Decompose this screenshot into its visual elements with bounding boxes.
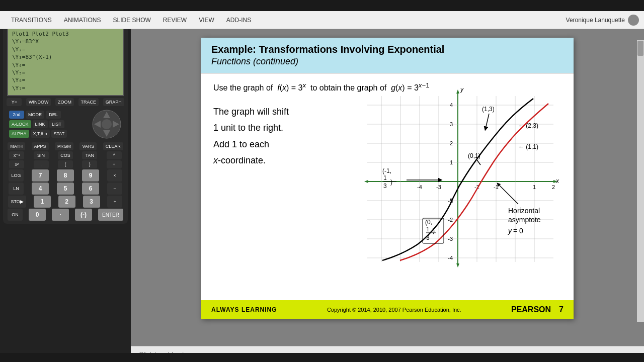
svg-text:1: 1 <box>383 174 387 182</box>
btn-del[interactable]: DEL <box>46 111 61 119</box>
btn-list[interactable]: LIST <box>49 120 64 128</box>
btn-8[interactable]: 8 <box>57 169 74 182</box>
svg-text:(0,1): (0,1) <box>468 152 480 159</box>
graph-svg: -3 -4 -2 -1 1 2 1 2 3 4 5 -1 <box>352 78 564 280</box>
btn-2nd[interactable]: 2nd <box>9 111 24 119</box>
svg-text:-1: -1 <box>494 184 499 190</box>
svg-text:3: 3 <box>383 183 387 190</box>
btn-4[interactable]: 4 <box>32 183 49 195</box>
slide: Example: Transformations Involving Expon… <box>201 38 574 319</box>
btn-5[interactable]: 5 <box>57 183 74 195</box>
svg-text:y: y <box>460 86 464 93</box>
btn-link[interactable]: LINK <box>33 120 48 128</box>
transform-line-1: The graph will shift <box>213 104 289 120</box>
btn-rparen[interactable]: ) <box>82 160 97 168</box>
btn-zoom[interactable]: ZOOM <box>55 98 74 106</box>
calculator: ✦ Texas Instruments TI-83 Plus Plot1 Plo… <box>3 12 128 224</box>
menu-view[interactable]: VIEW <box>193 14 220 27</box>
btn-6[interactable]: 6 <box>82 183 99 195</box>
btn-xinv[interactable]: x⁻¹ <box>9 151 24 159</box>
transform-line-2: 1 unit to the right. <box>213 120 289 136</box>
btn-cos[interactable]: COS <box>58 151 73 159</box>
svg-text:(-1,: (-1, <box>382 167 391 174</box>
btn-on[interactable]: ON <box>8 209 23 221</box>
svg-text:3: 3 <box>426 234 430 241</box>
btn-trace[interactable]: TRACE <box>78 98 99 106</box>
svg-text:= 0: = 0 <box>513 227 523 235</box>
svg-text:← (2,3): ← (2,3) <box>518 122 538 129</box>
btn-vars[interactable]: VARS <box>79 142 97 150</box>
menu-review[interactable]: REVIEW <box>157 14 193 27</box>
svg-text:1: 1 <box>450 159 453 165</box>
btn-minus[interactable]: − <box>107 183 122 195</box>
btn-ln[interactable]: LN <box>9 183 24 195</box>
slide-title-bar: Example: Transformations Involving Expon… <box>201 38 574 73</box>
svg-marker-39 <box>364 180 368 183</box>
btn-mode[interactable]: MODE <box>26 111 44 119</box>
svg-text:1: 1 <box>533 184 536 190</box>
btn-9[interactable]: 9 <box>82 169 99 182</box>
top-bar <box>0 0 644 11</box>
svg-text:-3: -3 <box>436 184 441 190</box>
slide-area: Example: Transformations Involving Expon… <box>131 11 644 346</box>
screen-line-3: \Y₂= <box>12 46 119 53</box>
svg-text:4: 4 <box>450 102 453 108</box>
btn-3[interactable]: 3 <box>83 196 100 208</box>
btn-apps[interactable]: APPS <box>32 142 49 150</box>
footer-always-learning: ALWAYS LEARNING <box>211 306 277 313</box>
svg-text:← (1,1): ← (1,1) <box>518 143 538 150</box>
menu-transitions[interactable]: TRANSITIONS <box>5 14 58 27</box>
btn-x2[interactable]: x² <box>9 160 24 168</box>
svg-text:2: 2 <box>450 140 453 146</box>
btn-log[interactable]: LOG <box>9 169 24 182</box>
menu-addins[interactable]: ADD-INS <box>220 14 257 27</box>
btn-enter[interactable]: ENTER <box>98 209 123 221</box>
btn-alpha[interactable]: A-LOCK <box>9 120 31 128</box>
btn-2[interactable]: 2 <box>58 196 75 208</box>
btn-y=[interactable]: Y= <box>7 98 22 106</box>
slide-footer: ALWAYS LEARNING Copyright © 2014, 2010, … <box>201 300 574 319</box>
btn-window[interactable]: WINDOW <box>26 98 51 106</box>
svg-marker-40 <box>456 263 459 267</box>
svg-line-42 <box>486 114 489 129</box>
transform-line-4: x-coordinate. <box>213 152 289 168</box>
menu-slideshow[interactable]: SLIDE SHOW <box>107 14 156 27</box>
menu-animations[interactable]: ANIMATIONS <box>58 14 107 27</box>
btn-neg[interactable]: (-) <box>75 209 92 221</box>
slide-title: Example: Transformations Involving Expon… <box>211 44 564 67</box>
btn-lparen[interactable]: ( <box>58 160 73 168</box>
svg-marker-38 <box>456 89 459 94</box>
btn-comma[interactable]: , <box>34 160 49 168</box>
btn-multiply[interactable]: × <box>107 169 122 182</box>
svg-text:-3: -3 <box>448 236 453 242</box>
svg-text:y: y <box>508 227 512 235</box>
btn-math[interactable]: MATH <box>8 142 25 150</box>
btn-power[interactable]: ^ <box>107 151 122 159</box>
btn-alpha2[interactable]: ALPHA <box>9 130 29 138</box>
scrollbar-thumb[interactable] <box>637 41 643 56</box>
btn-xtn[interactable]: X,T,θ,n <box>31 130 50 138</box>
btn-graph[interactable]: GRAPH <box>103 98 124 106</box>
btn-plus[interactable]: + <box>107 196 122 208</box>
btn-divide[interactable]: ÷ <box>107 160 122 168</box>
screen-line-4: \Y₃=83^(X-1) <box>12 53 119 61</box>
svg-text:): ) <box>390 178 392 186</box>
btn-1[interactable]: 1 <box>34 196 51 208</box>
btn-clear[interactable]: CLEAR <box>103 142 123 150</box>
btn-7[interactable]: 7 <box>32 169 49 182</box>
svg-text:Horizontal: Horizontal <box>508 207 540 215</box>
btn-sin[interactable]: SIN <box>34 151 49 159</box>
svg-text:): ) <box>433 227 435 234</box>
slide-scrollbar[interactable] <box>637 40 644 322</box>
svg-text:(0,: (0, <box>425 219 432 226</box>
btn-dot[interactable]: · <box>52 209 69 221</box>
svg-text:(1,3): (1,3) <box>482 106 495 113</box>
btn-sto[interactable]: STO▶ <box>8 196 26 208</box>
menu-bar: TRANSITIONS ANIMATIONS SLIDE SHOW REVIEW… <box>0 11 644 29</box>
dpad[interactable] <box>92 109 122 139</box>
btn-tan[interactable]: TAN <box>82 151 97 159</box>
svg-text:-4: -4 <box>448 255 453 261</box>
btn-stat[interactable]: STAT <box>51 130 67 138</box>
btn-prgm[interactable]: PRGM <box>55 142 73 150</box>
btn-0[interactable]: 0 <box>29 209 46 221</box>
